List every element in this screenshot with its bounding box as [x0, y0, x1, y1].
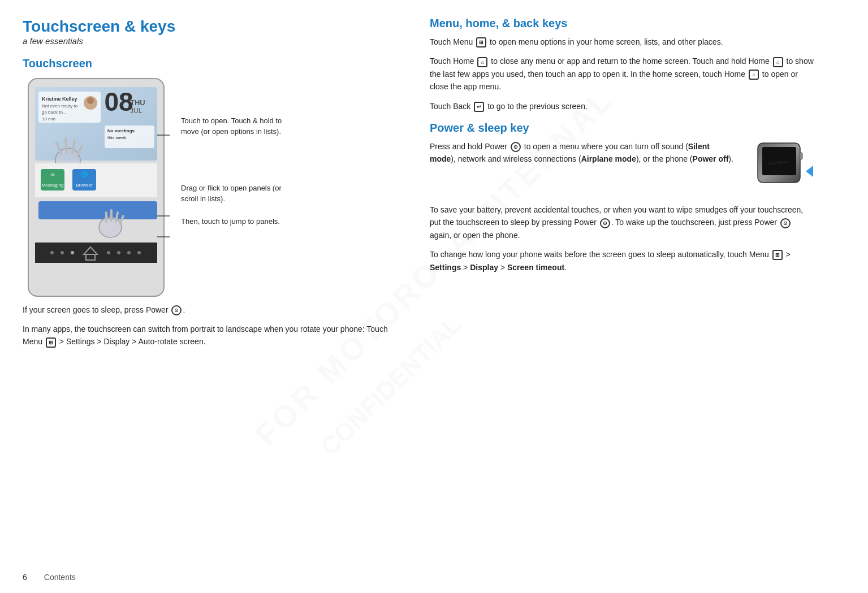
- svg-text:Browser: Browser: [76, 183, 93, 188]
- section1-para2: Touch Home ⌂ to close any menu or app an…: [430, 55, 814, 93]
- svg-marker-49: [806, 166, 813, 177]
- right-column: Menu, home, & back keys Touch Menu ⊞ to …: [430, 17, 814, 576]
- power-icon-r2: ⊙: [600, 218, 610, 228]
- menu-icon-r1: ⊞: [476, 37, 486, 47]
- svg-point-40: [117, 251, 120, 254]
- callouts-area: Touch to open. Touch & hold to move (or …: [181, 76, 300, 227]
- svg-text:08: 08: [104, 87, 133, 116]
- section2-para1: Press and hold Power ⊙ to open a menu wh…: [430, 140, 737, 166]
- svg-point-35: [61, 251, 64, 254]
- touchscreen-para1: If your screen goes to sleep, press Powe…: [23, 304, 407, 316]
- page-number: 6: [23, 573, 27, 582]
- callout-2: Drag or flick to open panels (or scroll …: [181, 183, 300, 205]
- home-icon-r2: ⌂: [773, 57, 783, 67]
- menu-icon-r2: ⊞: [772, 250, 783, 260]
- section2-para3: To change how long your phone waits befo…: [430, 248, 814, 274]
- footer-text: Contents: [44, 573, 76, 582]
- svg-text:10 min: 10 min: [42, 116, 55, 122]
- home-icon-r3: ⌂: [749, 70, 759, 80]
- callout-3: Then, touch to jump to panels.: [181, 216, 300, 227]
- back-icon-r1: ↩: [474, 102, 484, 112]
- power-icon-r1: ⊙: [511, 142, 521, 152]
- section2-para2: To save your battery, prevent accidental…: [430, 204, 814, 241]
- power-section: Press and hold Power ⊙ to open a menu wh…: [430, 140, 814, 197]
- svg-point-36: [71, 251, 74, 254]
- touchscreen-para2: In many apps, the touchscreen can switch…: [23, 323, 407, 348]
- svg-text:🌐: 🌐: [81, 171, 88, 178]
- section2-title: Power & sleep key: [430, 122, 814, 135]
- page-subtitle: a few essentials: [23, 36, 407, 46]
- svg-text:No meetings: No meetings: [107, 128, 135, 133]
- svg-point-39: [107, 251, 110, 254]
- svg-rect-27: [38, 201, 157, 219]
- home-icon-r1: ⌂: [477, 57, 487, 67]
- callout-1: Touch to open. Touch & hold to move (or …: [181, 115, 300, 137]
- menu-icon-inline1: ⊞: [46, 337, 56, 348]
- touchscreen-section-title: Touchscreen: [23, 57, 407, 70]
- svg-rect-48: [800, 153, 802, 159]
- svg-point-10: [87, 97, 94, 104]
- power-text: Press and hold Power ⊙ to open a menu wh…: [430, 140, 737, 197]
- page-title: Touchscreen & keys: [23, 17, 407, 36]
- footer: 6 Contents: [23, 573, 76, 582]
- svg-point-42: [137, 251, 141, 254]
- svg-text:✉: ✉: [51, 172, 55, 178]
- svg-text:JUL: JUL: [130, 107, 142, 115]
- power-icon-r3: ⊙: [780, 218, 791, 228]
- svg-text:THU: THU: [130, 98, 145, 107]
- svg-point-34: [50, 251, 54, 254]
- svg-point-41: [127, 251, 131, 254]
- svg-line-17: [66, 139, 67, 152]
- phone-mockup-svg: 08 THU JUL Kristine Kelley Not even read…: [23, 76, 175, 302]
- section1-title: Menu, home, & back keys: [430, 17, 814, 30]
- svg-text:Kristine Kelley: Kristine Kelley: [42, 96, 77, 102]
- svg-text:Not even ready to: Not even ready to: [42, 103, 78, 109]
- power-icon-inline: ⊙: [171, 305, 182, 315]
- phone-3d-illustration: MOTOROLA: [746, 140, 814, 197]
- touchscreen-section: Touchscreen: [23, 57, 407, 348]
- section1-para1: Touch Menu ⊞ to open menu options in you…: [430, 36, 814, 48]
- svg-text:this week: this week: [107, 135, 127, 140]
- left-column: Touchscreen & keys a few essentials Touc…: [23, 17, 407, 576]
- section1-para3: Touch Back ↩ to go to the previous scree…: [430, 100, 814, 112]
- phone-3d-svg: MOTOROLA: [746, 140, 814, 197]
- svg-text:go back to...: go back to...: [42, 110, 67, 115]
- svg-text:Messaging: Messaging: [42, 183, 64, 188]
